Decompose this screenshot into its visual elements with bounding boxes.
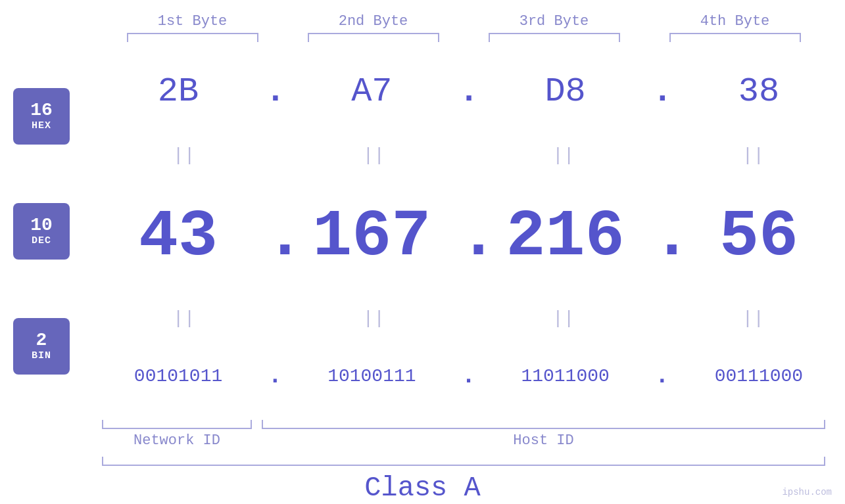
eq1-b3: || [491, 145, 636, 166]
bracket-top-1 [127, 33, 258, 42]
dot-dec-1: . [265, 200, 285, 274]
dot-hex-2: . [458, 72, 478, 111]
eq1-b1: || [112, 145, 256, 166]
equals-row-2: || || || || [99, 308, 838, 329]
top-brackets [0, 33, 845, 42]
watermark: ipshu.com [782, 487, 832, 497]
byte4-header: 4th Byte [653, 13, 817, 30]
bottom-brackets-row [102, 420, 825, 429]
host-id-label: Host ID [262, 432, 825, 449]
bracket-class [102, 457, 825, 466]
dec-row: 43 . 167 . 216 . 56 [99, 200, 838, 274]
content-area: 16 HEX 10 DEC 2 BIN 2B . A7 . D8 . 38 [0, 42, 845, 420]
bin-name: BIN [32, 350, 51, 361]
hex-byte2: A7 [299, 72, 444, 111]
dec-byte2: 167 [299, 200, 444, 274]
bracket-top-2 [308, 33, 439, 42]
dec-byte3: 216 [493, 200, 638, 274]
dot-hex-1: . [265, 72, 285, 111]
hex-name: HEX [32, 120, 51, 131]
network-id-label: Network ID [102, 432, 252, 449]
id-labels-row: Network ID Host ID [102, 432, 825, 449]
eq2-b2: || [301, 308, 446, 329]
bracket-top-4 [669, 33, 801, 42]
bracket-top-3 [489, 33, 620, 42]
bin-byte2: 10100111 [299, 366, 444, 386]
bin-num: 2 [36, 331, 47, 351]
hex-byte1: 2B [106, 72, 251, 111]
bin-byte3: 11011000 [493, 366, 638, 386]
dec-byte1: 43 [106, 200, 251, 274]
equals-row-1: || || || || [99, 145, 838, 166]
eq2-b4: || [681, 308, 825, 329]
hex-num: 16 [30, 101, 53, 121]
bracket-host [262, 420, 825, 429]
hex-byte3: D8 [493, 72, 638, 111]
dot-bin-1: . [265, 363, 285, 390]
dec-num: 10 [30, 216, 53, 236]
byte-headers: 1st Byte 2nd Byte 3rd Byte 4th Byte [0, 13, 845, 30]
hex-badge: 16 HEX [13, 88, 70, 145]
bin-badge: 2 BIN [13, 318, 70, 375]
main-container: 1st Byte 2nd Byte 3rd Byte 4th Byte 16 H… [0, 0, 845, 504]
dot-dec-2: . [458, 200, 478, 274]
bin-byte1: 00101011 [106, 366, 251, 386]
dec-byte4: 56 [687, 200, 831, 274]
values-grid: 2B . A7 . D8 . 38 || || || || 43 [92, 42, 845, 420]
class-label: Class A [0, 472, 845, 504]
eq1-b4: || [681, 145, 825, 166]
dot-bin-3: . [652, 363, 672, 390]
bin-row: 00101011 . 10100111 . 11011000 . 0011100… [99, 363, 838, 390]
eq2-b1: || [112, 308, 256, 329]
bracket-network [102, 420, 252, 429]
dec-badge: 10 DEC [13, 203, 70, 260]
dot-hex-3: . [652, 72, 672, 111]
eq2-b3: || [491, 308, 636, 329]
hex-byte4: 38 [687, 72, 831, 111]
hex-row: 2B . A7 . D8 . 38 [99, 72, 838, 111]
base-badges: 16 HEX 10 DEC 2 BIN [0, 42, 92, 420]
bottom-area: Network ID Host ID [0, 420, 845, 466]
byte1-header: 1st Byte [110, 13, 275, 30]
byte3-header: 3rd Byte [472, 13, 637, 30]
eq1-b2: || [301, 145, 446, 166]
dot-bin-2: . [458, 363, 478, 390]
dot-dec-3: . [652, 200, 672, 274]
bin-byte4: 00111000 [687, 366, 831, 386]
byte2-header: 2nd Byte [291, 13, 456, 30]
dec-name: DEC [32, 235, 51, 246]
